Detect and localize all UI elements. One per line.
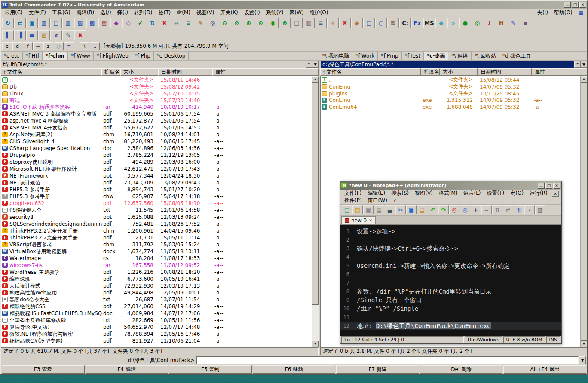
calculator-icon[interactable]: ▦ bbox=[303, 18, 315, 28]
close-button[interactable]: ✕ bbox=[579, 2, 586, 8]
minimize-button[interactable]: — bbox=[564, 2, 571, 8]
column-header[interactable]: 大小 bbox=[440, 68, 478, 76]
ftp-connect-icon[interactable]: ⇅ bbox=[147, 18, 158, 28]
editor-icon[interactable]: ✎ bbox=[508, 18, 519, 28]
全国省市县数据库修改版[interactable]: 全国省市县数据库修改版 txt 282,669 10/05/11 11:56 -… bbox=[1, 317, 312, 324]
column-header[interactable]: 属性 bbox=[212, 68, 318, 76]
f3-view-button[interactable]: F3 查看 bbox=[2, 365, 85, 374]
history-button[interactable]: ▼ bbox=[581, 61, 587, 68]
column-header[interactable]: 大小 bbox=[120, 68, 158, 76]
menu-item[interactable]: 窗口(W) bbox=[365, 196, 390, 205]
lock-icon[interactable]: ▪ bbox=[520, 18, 531, 28]
horizontal-panels-icon[interactable]: ▬ bbox=[26, 30, 38, 40]
menu-item[interactable]: 签(T) bbox=[156, 8, 174, 17]
thumbnails-view-icon[interactable]: ▩ bbox=[86, 18, 98, 28]
system-info-icon[interactable]: ≡ bbox=[315, 18, 327, 28]
PS快捷键大全[interactable]: PS快捷键大全 txt 11,545 12/01/06 14:58 -a-- bbox=[1, 207, 312, 214]
mail-icon[interactable]: ✉ bbox=[387, 18, 399, 28]
download-icon[interactable]: ↓ bbox=[484, 18, 495, 28]
command-history-icon[interactable]: ▼ bbox=[579, 356, 586, 364]
minimize-button[interactable]: — bbox=[538, 183, 545, 189]
folder-tab[interactable]: *f-Php bbox=[132, 52, 154, 60]
menu-logo-icon[interactable]: ▦ bbox=[576, 9, 586, 17]
menu-item[interactable]: 常用(C) bbox=[2, 8, 26, 17]
Linux[interactable]: Linux <文件夹> 15/07/10 10:15 ---- bbox=[1, 90, 312, 97]
CSharp Language Specification[interactable]: CSharp Language Specification doc 2,384,… bbox=[1, 145, 312, 152]
floppy-drive-icon[interactable]: ▬ bbox=[33, 42, 43, 50]
favorites-button[interactable]: * bbox=[306, 61, 312, 68]
zoom-in-icon[interactable]: + bbox=[471, 205, 481, 214]
world-icon[interactable]: ○ bbox=[375, 18, 387, 28]
menu-item[interactable]: ? bbox=[390, 197, 399, 205]
comments-view-icon[interactable]: ▧ bbox=[74, 18, 86, 28]
right-panel-icon[interactable]: ▐ bbox=[14, 30, 26, 40]
drive-c-button[interactable]: c bbox=[2, 42, 12, 50]
menu-item[interactable]: 系统(Y) bbox=[263, 8, 287, 17]
folder-tab[interactable]: *f-Htl bbox=[23, 52, 43, 60]
command-input[interactable] bbox=[196, 356, 579, 364]
pause-icon[interactable]: ⊘ bbox=[231, 18, 242, 28]
services-icon[interactable]: » bbox=[447, 18, 459, 28]
sync-dirs-icon[interactable]: ↔ bbox=[171, 18, 182, 28]
folder-tab[interactable]: *f-FlightWeb bbox=[94, 52, 132, 60]
find-icon[interactable]: ◎ bbox=[449, 205, 459, 214]
replace-icon[interactable]: ◎ bbox=[460, 205, 470, 214]
sync-horizontal-icon[interactable]: ⇄ bbox=[503, 205, 513, 214]
folder-sync-icon[interactable]: ▨ bbox=[38, 30, 50, 40]
drive-f-button[interactable]: f bbox=[23, 42, 33, 50]
ASP.NET MVC 3 高级编程中文完整版[interactable]: ASP.NET MVC 3 高级编程中文完整版 pdf 60,199,665 1… bbox=[1, 110, 312, 117]
menu-item[interactable]: 运行(R) bbox=[527, 189, 551, 198]
menu-item[interactable]: 语言(L) bbox=[461, 189, 484, 198]
ThinkPHP3.2.2完全开发手册[interactable]: ThinkPHP3.2.2完全开发手册 pdf 21,731 15/05/11 … bbox=[1, 234, 312, 241]
dos-icon[interactable]: MS bbox=[423, 18, 435, 28]
scrollbar-track[interactable] bbox=[312, 83, 318, 341]
del-delete-button[interactable]: Del 删除 bbox=[420, 365, 503, 374]
cdrom-drive-icon[interactable]: ◎ bbox=[54, 42, 64, 50]
folder-tab[interactable]: *c-Desktop bbox=[154, 52, 189, 60]
menu-item[interactable]: 转到(D) bbox=[131, 8, 156, 17]
print-icon[interactable]: ▄ bbox=[385, 205, 395, 214]
favorites-button[interactable]: * bbox=[574, 61, 581, 68]
NETFramework[interactable]: NETFramework ppt 3,577,344 12/04/24 18:3… bbox=[1, 172, 312, 179]
menu-item[interactable]: 帮助(O) bbox=[551, 8, 576, 17]
security8[interactable]: security8 ppt 1,625,088 12/03/13 09:24 -… bbox=[1, 214, 312, 221]
menu-item[interactable]: 设置(I) bbox=[241, 8, 263, 17]
network-drive-icon[interactable]: ≡ bbox=[64, 42, 74, 50]
column-header[interactable]: ↑文件名 bbox=[320, 68, 421, 76]
editor-area[interactable]: 1 设置->选项-> 2 3 确认/快捷键->Ctrl+G->搜索命令-> 4 … bbox=[340, 225, 561, 336]
ConEmu64[interactable]: ConEmu64 exe 1,688,048 14/07/09 05:32 -a… bbox=[321, 104, 580, 110]
Microsoft.NET.框架程序设计[interactable]: Microsoft.NET.框架程序设计 pdf 42,612,471 12/0… bbox=[1, 165, 312, 172]
altf4-exit-button[interactable]: Alt+F4 退出 bbox=[503, 365, 586, 374]
compare-files-icon[interactable]: ≡ bbox=[183, 18, 194, 28]
windows7-iis[interactable]: windows7-iis rar 167,558 11/08/12 09:52 … bbox=[1, 262, 312, 269]
search-files-icon[interactable]: ◎ bbox=[207, 18, 218, 28]
编程珠玑[interactable]: 编程珠玑 pdf 6,773,600 10/05/19 16:41 -a-- bbox=[1, 276, 312, 282]
menu-item[interactable]: 编辑(B) bbox=[74, 8, 98, 17]
黑客dos命令大全[interactable]: 黑客dos命令大全 txt 26,687 13/07/01 11:54 -a-- bbox=[1, 296, 312, 303]
ThinkPHP3.2.2完全开发手册[interactable]: ThinkPHP3.2.2完全开发手册 chm 1,200,961 14/04/… bbox=[1, 227, 312, 234]
sync-vertical-icon[interactable]: ⇅ bbox=[492, 205, 502, 214]
WordPress_主题教学[interactable]: WordPress_主题教学 pdf 1,226,216 10/08/21 18… bbox=[1, 269, 312, 276]
settings-icon[interactable]: ✎ bbox=[62, 30, 74, 40]
remove-tool-icon[interactable]: ✖ bbox=[339, 18, 351, 28]
menu-item[interactable]: 工具(G) bbox=[49, 8, 74, 17]
微软.NET程序的加密与解密[interactable]: 微软.NET程序的加密与解密 pdf 78,788,394 12/05/16 1… bbox=[1, 331, 312, 337]
细细品味C#(泛型专题)[interactable]: 细细品味C#(泛型专题) pdf 831,927 11/10/06 21:04 … bbox=[1, 337, 312, 344]
f5-copy-button[interactable]: F5 复制 bbox=[169, 365, 252, 374]
PHP5.3 参考手册[interactable]: PHP5.3 参考手册 pdf 8,894,743 15/01/27 10:20… bbox=[1, 186, 312, 193]
plugins[interactable]: plugins <文件夹> 13/11/25 08:45 ---- bbox=[321, 90, 580, 97]
menu-item[interactable]: 设置(T) bbox=[484, 189, 508, 198]
archive-z-icon[interactable]: z bbox=[50, 30, 62, 40]
CHS_Silverlight_4[interactable]: CHS_Silverlight_4 chm 81,220,493 10/06/1… bbox=[1, 138, 312, 145]
menu-item[interactable]: 宏(O) bbox=[507, 189, 527, 198]
f7-newfolder-button[interactable]: F7 新建 bbox=[336, 365, 419, 374]
大话设计模式[interactable]: 大话设计模式 pdf 72,932,930 12/03/13 17:13 -a-… bbox=[1, 282, 312, 289]
cut-icon[interactable]: ✂ bbox=[395, 205, 406, 214]
PHP5.3 参考手册[interactable]: PHP5.3 参考手册 chw 625,907 15/04/17 14:18 -… bbox=[1, 193, 312, 200]
folder-tab[interactable]: *f-Pmp bbox=[378, 52, 401, 60]
stop-icon[interactable]: ⊖ bbox=[219, 18, 230, 28]
history-button[interactable]: ▼ bbox=[312, 61, 318, 68]
doc-map-icon[interactable]: ▥ bbox=[535, 205, 545, 214]
wrench-icon[interactable]: ◆ bbox=[351, 18, 363, 28]
column-header[interactable]: 日期时间 bbox=[158, 68, 212, 76]
